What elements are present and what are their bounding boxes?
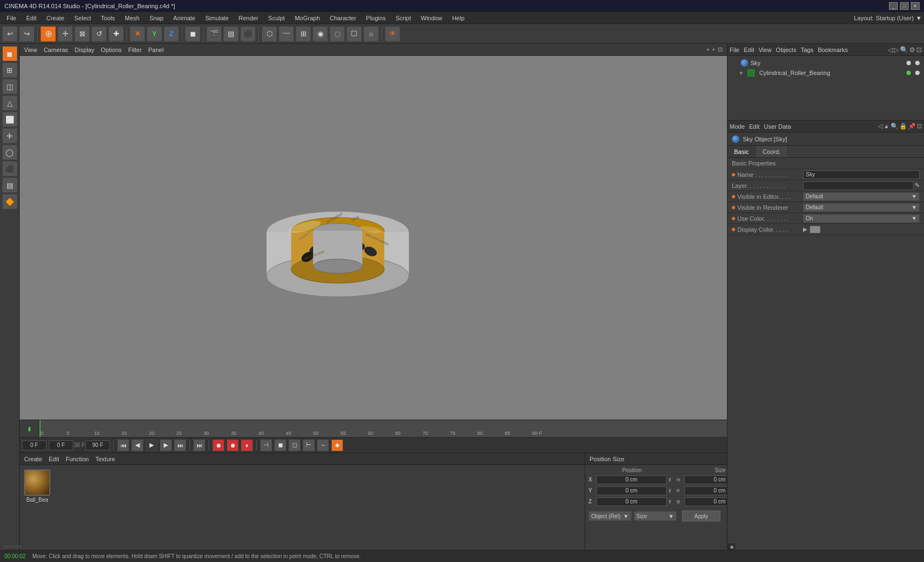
go-end-button2[interactable]: ⏭ [193,439,205,451]
nurbs-button[interactable]: ⊞ [296,26,311,42]
rotate-tool-button[interactable]: ↺ [91,26,107,42]
cube-button[interactable]: ⬡ [262,26,277,42]
size-mode-dropdown[interactable]: Size ▼ [634,511,677,521]
props-lock-icon[interactable]: 🔒 [899,123,907,130]
next-key-button[interactable]: ⊢ [303,439,315,451]
basic-tab[interactable]: Basic [727,146,756,157]
menu-select[interactable]: Select [70,14,96,22]
color-swatch[interactable] [810,226,821,233]
vp-menu-cameras[interactable]: Cameras [44,47,68,53]
timeline-track[interactable]: 0 5 10 15 20 25 30 35 40 45 50 55 60 65 … [39,420,727,437]
env-button[interactable]: ◌ [330,26,345,42]
go-start-button[interactable]: ⏮ [117,439,129,451]
visible-renderer-dropdown[interactable]: Default ▼ [803,203,920,212]
object-mode-dropdown[interactable]: Object (Rel) ▼ [588,511,632,521]
bearing-editor-dot[interactable] [906,71,911,75]
z-position-input[interactable] [596,497,667,506]
keyframe-button[interactable]: ♦ [241,439,253,451]
menu-simulate[interactable]: Simulate [201,14,233,22]
menu-sculpt[interactable]: Sculpt [264,14,290,22]
next-frame-button[interactable]: ▶ [160,439,172,451]
menu-render[interactable]: Render [234,14,263,22]
go-end-button[interactable]: ⏭ [174,439,186,451]
props-pin-icon[interactable]: 📌 [908,123,916,130]
current-frame-input[interactable] [22,440,47,450]
cam-button[interactable]: ☐ [347,26,362,42]
timeline-button[interactable]: ▤ [223,26,239,42]
props-search-icon[interactable]: 🔍 [891,123,898,130]
sky-editor-dot[interactable] [906,61,911,65]
prev-key-button[interactable]: ⊣ [260,439,272,451]
obj-maximize-icon[interactable]: ⊡ [916,46,922,54]
dope-button[interactable]: ⬛ [240,26,256,42]
props-maximize-icon[interactable]: ⊡ [917,123,922,130]
uv-tool[interactable]: ⬜ [2,112,18,127]
material-item[interactable]: Ball_Bea [24,469,50,503]
coord-tab[interactable]: Coord. [756,146,788,157]
strip-dot-1[interactable] [730,546,734,549]
brush-tool[interactable]: 🔶 [2,194,18,209]
edge-tool[interactable]: ⊞ [2,62,18,78]
layer-input[interactable] [803,181,914,190]
sky-renderer-dot[interactable] [915,61,920,65]
bearing-renderer-dot[interactable] [915,71,920,75]
apply-button[interactable]: Apply [682,511,720,521]
menu-help[interactable]: Help [448,14,469,22]
record-auto-button[interactable]: ⏺ [227,439,239,451]
mat-menu-texture[interactable]: Texture [95,456,115,462]
x-tool-button[interactable]: ✕ [130,26,145,42]
props-menu-edit[interactable]: Edit [749,123,760,130]
props-menu-mode[interactable]: Mode [730,123,745,130]
vp-icon-plus[interactable]: + [706,46,709,53]
y-tool-button[interactable]: Y [147,26,162,42]
poly-tool[interactable]: ◫ [2,79,18,94]
start-frame-input[interactable] [49,440,73,450]
x-position-input[interactable] [596,475,667,484]
menu-create[interactable]: Create [42,14,69,22]
sym-tool[interactable]: ⬛ [2,161,18,176]
model-mode-button[interactable]: ◼ [185,26,200,42]
visible-editor-dropdown[interactable]: Default ▼ [803,192,920,201]
layer-tool[interactable]: ▤ [2,177,18,193]
spline-button[interactable]: 〰 [279,26,294,42]
undo-button[interactable]: ↩ [2,26,18,42]
use-color-dropdown[interactable]: On ▼ [803,214,920,223]
light-button[interactable]: ☼ [363,26,379,42]
move-tool-button[interactable]: ✛ [57,26,73,42]
add-tool-button[interactable]: ✚ [108,26,124,42]
select-tool-button[interactable]: ⊕ [41,26,56,42]
deform-button[interactable]: ◉ [313,26,328,42]
obj-menu-objects[interactable]: Objects [776,47,796,53]
object-item-sky[interactable]: Sky [730,58,922,68]
props-up-icon[interactable]: ▲ [883,123,890,130]
obj-prev-icon[interactable]: ◁ [888,46,893,54]
close-button[interactable]: ✕ [911,2,920,10]
menu-window[interactable]: Window [417,14,447,22]
del-key-button[interactable]: ◻ [288,439,301,451]
play-button[interactable]: ▶ [146,439,158,451]
prev-frame-button[interactable]: ◀ [131,439,143,451]
obj-menu-edit[interactable]: Edit [744,47,754,53]
render-view-button[interactable]: 👁 [385,26,400,42]
vp-menu-panel[interactable]: Panel [148,47,164,53]
name-input[interactable] [803,170,920,179]
obj-menu-bookmarks[interactable]: Bookmarks [818,47,848,53]
props-menu-userdata[interactable]: User Data [764,123,792,130]
vp-menu-filter[interactable]: Filter [128,47,141,53]
motion-button[interactable]: ◆ [331,439,343,451]
menu-edit[interactable]: Edit [22,14,41,22]
vp-menu-options[interactable]: Options [101,47,122,53]
y-position-input[interactable] [596,486,667,495]
menu-plugins[interactable]: Plugins [362,14,390,22]
record-button[interactable]: ⏺ [212,439,224,451]
timeline-ruler[interactable]: ▮ 0 5 10 15 20 25 30 35 40 45 50 55 60 6… [20,420,727,437]
vp-menu-display[interactable]: Display [74,47,94,53]
mat-menu-create[interactable]: Create [24,456,42,462]
redo-button[interactable]: ↪ [19,26,34,42]
material-thumbnail[interactable] [24,469,50,496]
curve-button[interactable]: ～ [317,439,329,451]
model-tool[interactable]: ◼ [2,46,18,61]
menu-animate[interactable]: Animate [169,14,200,22]
menu-snap[interactable]: Snap [145,14,168,22]
menu-mesh[interactable]: Mesh [120,14,144,22]
